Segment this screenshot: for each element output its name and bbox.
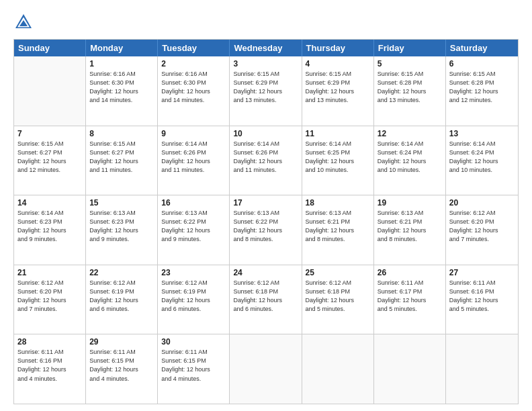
calendar-cell: 14Sunrise: 6:14 AM Sunset: 6:23 PM Dayli… [14,195,86,265]
calendar-cell: 25Sunrise: 6:12 AM Sunset: 6:18 PM Dayli… [302,265,374,334]
calendar-cell: 12Sunrise: 6:14 AM Sunset: 6:24 PM Dayli… [374,126,446,195]
week-row-3: 14Sunrise: 6:14 AM Sunset: 6:23 PM Dayli… [14,195,518,265]
cell-info: Sunrise: 6:15 AM Sunset: 6:28 PM Dayligh… [378,70,442,105]
cell-info: Sunrise: 6:14 AM Sunset: 6:25 PM Dayligh… [306,140,370,175]
cell-date: 18 [306,198,370,208]
day-header-saturday: Saturday [446,40,518,56]
cell-info: Sunrise: 6:14 AM Sunset: 6:24 PM Dayligh… [378,140,442,175]
calendar: SundayMondayTuesdayWednesdayThursdayFrid… [13,39,519,404]
cell-date: 10 [233,129,298,138]
calendar-cell: 9Sunrise: 6:14 AM Sunset: 6:26 PM Daylig… [158,126,230,195]
cell-info: Sunrise: 6:15 AM Sunset: 6:27 PM Dayligh… [89,140,154,175]
calendar-cell: 2Sunrise: 6:16 AM Sunset: 6:30 PM Daylig… [158,56,230,126]
cell-info: Sunrise: 6:11 AM Sunset: 6:15 PM Dayligh… [89,348,154,383]
cell-date: 27 [449,268,515,277]
calendar-cell: 22Sunrise: 6:12 AM Sunset: 6:19 PM Dayli… [86,265,158,334]
calendar-cell: 7Sunrise: 6:15 AM Sunset: 6:27 PM Daylig… [14,126,86,195]
cell-info: Sunrise: 6:14 AM Sunset: 6:26 PM Dayligh… [233,140,298,175]
calendar-cell: 15Sunrise: 6:13 AM Sunset: 6:23 PM Dayli… [86,195,158,265]
logo-icon [13,12,34,32]
week-row-1: 1Sunrise: 6:16 AM Sunset: 6:30 PM Daylig… [14,56,518,126]
cell-info: Sunrise: 6:12 AM Sunset: 6:18 PM Dayligh… [306,279,370,314]
day-header-monday: Monday [86,40,158,56]
cell-date: 11 [306,129,370,138]
cell-info: Sunrise: 6:15 AM Sunset: 6:29 PM Dayligh… [306,70,370,105]
cell-info: Sunrise: 6:13 AM Sunset: 6:22 PM Dayligh… [161,209,226,244]
page: SundayMondayTuesdayWednesdayThursdayFrid… [0,0,532,411]
calendar-cell: 10Sunrise: 6:14 AM Sunset: 6:26 PM Dayli… [230,126,302,195]
cell-date: 21 [17,268,82,277]
cell-date: 7 [17,129,82,138]
cell-info: Sunrise: 6:12 AM Sunset: 6:20 PM Dayligh… [449,209,515,244]
header [13,12,519,32]
cell-date: 23 [161,268,226,277]
day-header-friday: Friday [374,40,446,56]
cell-date: 29 [89,337,154,347]
cell-date: 17 [233,198,298,208]
calendar-cell: 23Sunrise: 6:12 AM Sunset: 6:19 PM Dayli… [158,265,230,334]
day-headers: SundayMondayTuesdayWednesdayThursdayFrid… [14,40,518,56]
week-row-2: 7Sunrise: 6:15 AM Sunset: 6:27 PM Daylig… [14,126,518,195]
calendar-cell: 16Sunrise: 6:13 AM Sunset: 6:22 PM Dayli… [158,195,230,265]
calendar-cell: 24Sunrise: 6:12 AM Sunset: 6:18 PM Dayli… [230,265,302,334]
cell-date: 16 [161,198,226,208]
cell-date: 8 [89,129,154,138]
weeks-container: 1Sunrise: 6:16 AM Sunset: 6:30 PM Daylig… [14,56,518,404]
cell-info: Sunrise: 6:12 AM Sunset: 6:19 PM Dayligh… [89,279,154,314]
calendar-cell: 3Sunrise: 6:15 AM Sunset: 6:29 PM Daylig… [230,56,302,126]
calendar-cell: 8Sunrise: 6:15 AM Sunset: 6:27 PM Daylig… [86,126,158,195]
calendar-cell [302,334,374,404]
day-header-tuesday: Tuesday [158,40,230,56]
calendar-cell: 29Sunrise: 6:11 AM Sunset: 6:15 PM Dayli… [86,334,158,404]
cell-date: 30 [161,337,226,347]
cell-date: 1 [89,59,154,68]
cell-date: 9 [161,129,226,138]
cell-date: 6 [449,59,515,68]
calendar-cell: 4Sunrise: 6:15 AM Sunset: 6:29 PM Daylig… [302,56,374,126]
calendar-cell: 28Sunrise: 6:11 AM Sunset: 6:16 PM Dayli… [14,334,86,404]
cell-date: 3 [233,59,298,68]
calendar-cell: 6Sunrise: 6:15 AM Sunset: 6:28 PM Daylig… [446,56,518,126]
cell-date: 22 [89,268,154,277]
cell-info: Sunrise: 6:16 AM Sunset: 6:30 PM Dayligh… [161,70,226,105]
cell-info: Sunrise: 6:13 AM Sunset: 6:22 PM Dayligh… [233,209,298,244]
cell-date: 26 [378,268,442,277]
calendar-cell: 30Sunrise: 6:11 AM Sunset: 6:15 PM Dayli… [158,334,230,404]
calendar-cell: 20Sunrise: 6:12 AM Sunset: 6:20 PM Dayli… [446,195,518,265]
cell-info: Sunrise: 6:14 AM Sunset: 6:24 PM Dayligh… [449,140,515,175]
cell-date: 25 [306,268,370,277]
cell-date: 12 [378,129,442,138]
cell-info: Sunrise: 6:11 AM Sunset: 6:17 PM Dayligh… [378,279,442,314]
cell-date: 15 [89,198,154,208]
cell-info: Sunrise: 6:12 AM Sunset: 6:18 PM Dayligh… [233,279,298,314]
cell-info: Sunrise: 6:15 AM Sunset: 6:29 PM Dayligh… [233,70,298,105]
cell-info: Sunrise: 6:13 AM Sunset: 6:21 PM Dayligh… [378,209,442,244]
calendar-cell: 13Sunrise: 6:14 AM Sunset: 6:24 PM Dayli… [446,126,518,195]
logo [13,12,38,32]
cell-date: 28 [17,337,82,347]
calendar-cell: 21Sunrise: 6:12 AM Sunset: 6:20 PM Dayli… [14,265,86,334]
calendar-cell: 26Sunrise: 6:11 AM Sunset: 6:17 PM Dayli… [374,265,446,334]
week-row-5: 28Sunrise: 6:11 AM Sunset: 6:16 PM Dayli… [14,334,518,404]
cell-info: Sunrise: 6:12 AM Sunset: 6:20 PM Dayligh… [17,279,82,314]
calendar-cell [374,334,446,404]
cell-info: Sunrise: 6:14 AM Sunset: 6:26 PM Dayligh… [161,140,226,175]
calendar-cell: 27Sunrise: 6:11 AM Sunset: 6:16 PM Dayli… [446,265,518,334]
cell-date: 2 [161,59,226,68]
cell-date: 4 [306,59,370,68]
cell-date: 19 [378,198,442,208]
cell-info: Sunrise: 6:16 AM Sunset: 6:30 PM Dayligh… [89,70,154,105]
cell-info: Sunrise: 6:13 AM Sunset: 6:23 PM Dayligh… [89,209,154,244]
calendar-cell [230,334,302,404]
cell-info: Sunrise: 6:13 AM Sunset: 6:21 PM Dayligh… [306,209,370,244]
cell-date: 5 [378,59,442,68]
cell-info: Sunrise: 6:11 AM Sunset: 6:15 PM Dayligh… [161,348,226,383]
cell-date: 20 [449,198,515,208]
day-header-wednesday: Wednesday [230,40,302,56]
calendar-cell [14,56,86,126]
cell-info: Sunrise: 6:11 AM Sunset: 6:16 PM Dayligh… [449,279,515,314]
calendar-cell [446,334,518,404]
calendar-cell: 1Sunrise: 6:16 AM Sunset: 6:30 PM Daylig… [86,56,158,126]
cell-info: Sunrise: 6:15 AM Sunset: 6:28 PM Dayligh… [449,70,515,105]
calendar-cell: 11Sunrise: 6:14 AM Sunset: 6:25 PM Dayli… [302,126,374,195]
